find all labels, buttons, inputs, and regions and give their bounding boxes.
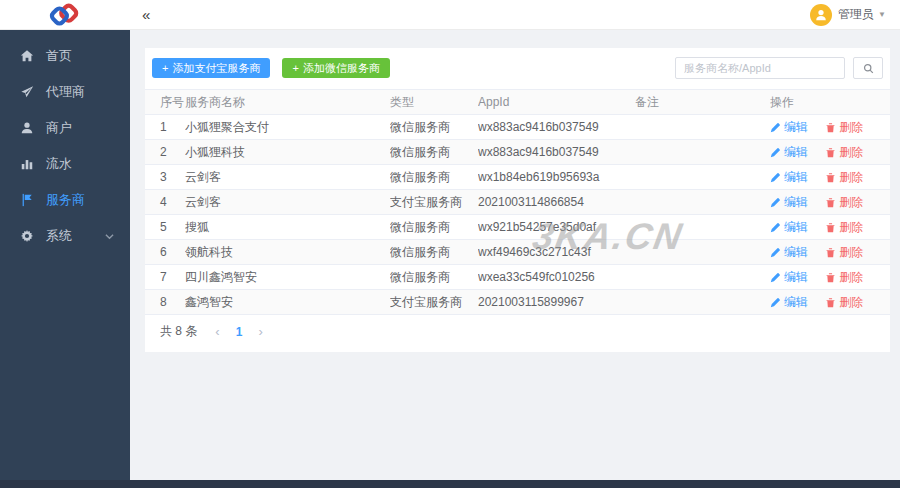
- cell-remark: [635, 165, 770, 190]
- sidebar-item-label: 代理商: [46, 83, 85, 101]
- cell-index: 1: [145, 115, 185, 140]
- search-icon: [863, 63, 874, 74]
- cell-remark: [635, 140, 770, 165]
- cell-appid: wx883ac9416b037549: [478, 140, 635, 165]
- cell-provider-name: 小狐狸科技: [185, 140, 390, 165]
- cell-appid: wx883ac9416b037549: [478, 115, 635, 140]
- add-alipay-provider-button[interactable]: + 添加支付宝服务商: [152, 58, 270, 78]
- search-button[interactable]: [853, 57, 883, 79]
- cell-index: 6: [145, 240, 185, 265]
- cell-provider-name: 鑫鸿智安: [185, 290, 390, 315]
- cell-type: 微信服务商: [390, 140, 478, 165]
- table-row: 2 小狐狸科技 微信服务商 wx883ac9416b037549 编辑 删除: [145, 140, 890, 165]
- search-input[interactable]: [675, 57, 845, 79]
- cell-provider-name: 搜狐: [185, 215, 390, 240]
- sidebar-item-home[interactable]: 首页: [0, 38, 130, 74]
- delete-button[interactable]: 删除: [825, 119, 863, 136]
- send-icon: [20, 85, 34, 99]
- delete-button[interactable]: 删除: [825, 194, 863, 211]
- delete-label: 删除: [839, 119, 863, 136]
- cell-remark: [635, 190, 770, 215]
- delete-button[interactable]: 删除: [825, 269, 863, 286]
- cell-type: 支付宝服务商: [390, 290, 478, 315]
- main-content: + 添加支付宝服务商 + 添加微信服务商 序号服务商名称类型AppId备注操作: [130, 30, 900, 488]
- pagination-total: 共 8 条: [160, 323, 197, 340]
- cell-provider-name: 云剑客: [185, 190, 390, 215]
- edit-pencil-icon: [770, 297, 781, 308]
- cell-remark: [635, 215, 770, 240]
- cell-provider-name: 云剑客: [185, 165, 390, 190]
- edit-label: 编辑: [784, 219, 808, 236]
- edit-button[interactable]: 编辑: [770, 194, 808, 211]
- table-row: 7 四川鑫鸿智安 微信服务商 wxea33c549fc010256 编辑 删除: [145, 265, 890, 290]
- gear-icon: [20, 229, 34, 243]
- delete-trash-icon: [825, 297, 836, 308]
- cell-index: 7: [145, 265, 185, 290]
- search-group: [675, 57, 883, 79]
- pagination-next-button[interactable]: ›: [258, 324, 262, 339]
- cell-type: 微信服务商: [390, 240, 478, 265]
- add-wechat-provider-button[interactable]: + 添加微信服务商: [282, 58, 389, 78]
- chevron-down-icon: [105, 232, 114, 241]
- table-row: 8 鑫鸿智安 支付宝服务商 2021003115899967 编辑 删除: [145, 290, 890, 315]
- pagination-page-1[interactable]: 1: [236, 325, 243, 339]
- edit-pencil-icon: [770, 247, 781, 258]
- cell-remark: [635, 115, 770, 140]
- sidebar-item-label: 商户: [46, 119, 72, 137]
- content-card: + 添加支付宝服务商 + 添加微信服务商 序号服务商名称类型AppId备注操作: [145, 48, 890, 352]
- edit-button[interactable]: 编辑: [770, 269, 808, 286]
- pagination-prev-button[interactable]: ‹: [215, 324, 219, 339]
- column-header-3: AppId: [478, 90, 635, 115]
- table-row: 4 云剑客 支付宝服务商 2021003114866854 编辑 删除: [145, 190, 890, 215]
- edit-button[interactable]: 编辑: [770, 294, 808, 311]
- sidebar: 首页 代理商 商户 流水 服务商 系统: [0, 30, 130, 488]
- edit-button[interactable]: 编辑: [770, 144, 808, 161]
- cell-remark: [635, 240, 770, 265]
- edit-label: 编辑: [784, 294, 808, 311]
- plus-icon: +: [292, 62, 298, 74]
- edit-button[interactable]: 编辑: [770, 169, 808, 186]
- delete-button[interactable]: 删除: [825, 294, 863, 311]
- delete-button[interactable]: 删除: [825, 169, 863, 186]
- cell-index: 2: [145, 140, 185, 165]
- delete-trash-icon: [825, 122, 836, 133]
- delete-button[interactable]: 删除: [825, 144, 863, 161]
- app-logo: [0, 0, 130, 30]
- delete-label: 删除: [839, 219, 863, 236]
- edit-pencil-icon: [770, 197, 781, 208]
- add-alipay-provider-label: 添加支付宝服务商: [172, 61, 260, 76]
- home-icon: [20, 49, 34, 63]
- edit-pencil-icon: [770, 222, 781, 233]
- cell-operations: 编辑 删除: [770, 290, 890, 315]
- sidebar-item-agent[interactable]: 代理商: [0, 74, 130, 110]
- sidebar-item-provider[interactable]: 服务商: [0, 182, 130, 218]
- edit-button[interactable]: 编辑: [770, 119, 808, 136]
- provider-table: 序号服务商名称类型AppId备注操作 1 小狐狸聚合支付 微信服务商 wx883…: [145, 89, 890, 315]
- cell-provider-name: 领航科技: [185, 240, 390, 265]
- edit-pencil-icon: [770, 147, 781, 158]
- delete-label: 删除: [839, 194, 863, 211]
- user-menu[interactable]: 管理员 ▼: [810, 4, 886, 26]
- edit-label: 编辑: [784, 194, 808, 211]
- delete-button[interactable]: 删除: [825, 219, 863, 236]
- sidebar-item-system[interactable]: 系统: [0, 218, 130, 254]
- edit-label: 编辑: [784, 244, 808, 261]
- cell-appid: wxf49469c3c271c43f: [478, 240, 635, 265]
- sidebar-item-label: 首页: [46, 47, 72, 65]
- add-wechat-provider-label: 添加微信服务商: [303, 61, 380, 76]
- cell-appid: 2021003114866854: [478, 190, 635, 215]
- pagination: 共 8 条 ‹ 1 ›: [145, 315, 890, 352]
- sidebar-item-merchant[interactable]: 商户: [0, 110, 130, 146]
- table-row: 6 领航科技 微信服务商 wxf49469c3c271c43f 编辑 删除: [145, 240, 890, 265]
- sidebar-item-flow[interactable]: 流水: [0, 146, 130, 182]
- table-body: 1 小狐狸聚合支付 微信服务商 wx883ac9416b037549 编辑 删除…: [145, 115, 890, 315]
- column-header-5: 操作: [770, 90, 890, 115]
- sidebar-collapse-button[interactable]: «: [142, 7, 150, 22]
- footer-strip: [0, 480, 900, 488]
- cell-operations: 编辑 删除: [770, 115, 890, 140]
- sidebar-menu: 首页 代理商 商户 流水 服务商 系统: [0, 30, 130, 254]
- table-row: 5 搜狐 微信服务商 wx921b54257e35d0af 编辑 删除: [145, 215, 890, 240]
- edit-button[interactable]: 编辑: [770, 219, 808, 236]
- delete-button[interactable]: 删除: [825, 244, 863, 261]
- edit-button[interactable]: 编辑: [770, 244, 808, 261]
